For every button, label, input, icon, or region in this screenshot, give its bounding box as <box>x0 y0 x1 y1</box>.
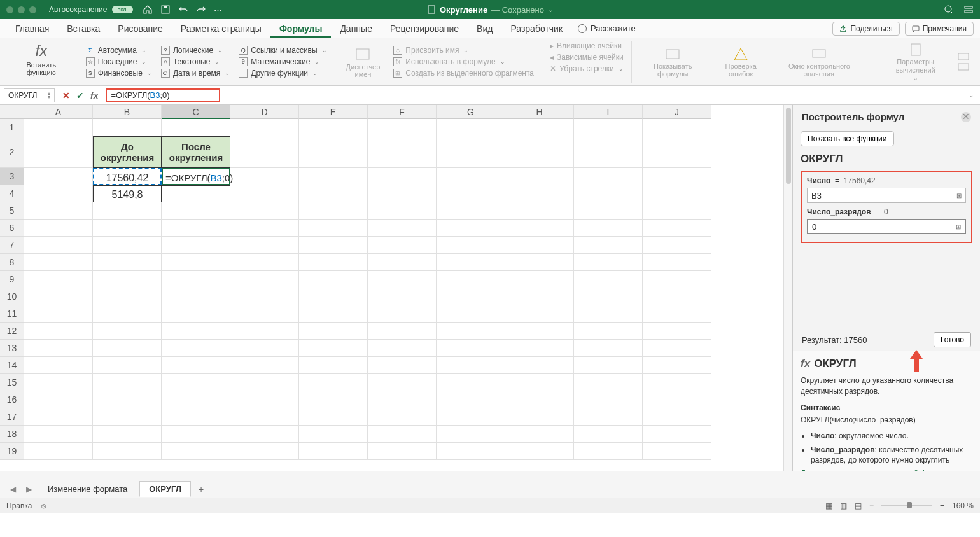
col-A[interactable]: A <box>24 105 93 119</box>
tab-formulas[interactable]: Формулы <box>270 19 332 38</box>
row-5[interactable]: 5 <box>0 202 24 220</box>
save-icon[interactable] <box>160 4 171 15</box>
cancel-icon[interactable]: ✕ <box>62 90 70 101</box>
col-J[interactable]: J <box>643 105 711 119</box>
redo-icon[interactable] <box>196 4 206 15</box>
more-functions-button[interactable]: ⋯Другие функции⌄ <box>236 68 329 78</box>
autosum-button[interactable]: ΣАвтосумма⌄ <box>83 45 155 55</box>
horizontal-scrollbar[interactable] <box>0 471 980 480</box>
use-in-formula-button[interactable]: fxИспользовать в формуле⌄ <box>391 57 536 67</box>
spreadsheet-grid[interactable]: A B C D E F G H I J 1 2До округленияПосл… <box>0 105 783 471</box>
row-6[interactable]: 6 <box>0 220 24 237</box>
view-normal-icon[interactable]: ▦ <box>825 501 832 510</box>
text-button[interactable]: AТекстовые⌄ <box>158 57 232 67</box>
col-F[interactable]: F <box>368 105 437 119</box>
tell-me[interactable]: Расскажите <box>578 24 636 33</box>
trace-dependents-button[interactable]: ◂Зависимые ячейки <box>547 52 626 62</box>
logical-button[interactable]: ?Логические⌄ <box>158 45 232 55</box>
col-C[interactable]: C <box>162 105 230 119</box>
formula-input[interactable]: =ОКРУГЛ(B3;0) <box>106 88 220 102</box>
name-manager-button[interactable]: Диспетчер имен <box>340 44 386 80</box>
home-icon[interactable] <box>143 4 153 15</box>
share-button[interactable]: Поделиться <box>832 22 899 36</box>
close-icon[interactable]: ✕ <box>961 112 971 122</box>
row-8[interactable]: 8 <box>0 254 24 271</box>
done-button[interactable]: Готово <box>934 332 971 347</box>
add-sheet-icon[interactable]: + <box>193 484 209 494</box>
col-E[interactable]: E <box>299 105 368 119</box>
sheet-tab-1[interactable]: Изменение формата <box>38 481 137 497</box>
row-19[interactable]: 19 <box>0 443 24 460</box>
calc-sheet-icon[interactable] <box>957 62 970 71</box>
watch-window-button[interactable]: Окно контрольного значения <box>773 45 866 79</box>
insert-function-button[interactable]: fx Вставить функцию <box>10 41 73 78</box>
lookup-button[interactable]: QСсылки и массивы⌄ <box>236 45 329 55</box>
row-14[interactable]: 14 <box>0 357 24 374</box>
sheet-next-icon[interactable]: ▶ <box>22 485 36 494</box>
row-16[interactable]: 16 <box>0 391 24 408</box>
col-D[interactable]: D <box>230 105 299 119</box>
row-10[interactable]: 10 <box>0 288 24 305</box>
vertical-scrollbar[interactable] <box>783 105 792 471</box>
date-button[interactable]: ⏲Дата и время⌄ <box>158 68 232 78</box>
arg2-input[interactable]: 0 ⊞ <box>807 219 966 234</box>
tab-review[interactable]: Рецензирование <box>381 19 468 38</box>
range-select-icon[interactable]: ⊞ <box>956 223 961 230</box>
tab-insert[interactable]: Вставка <box>58 19 109 38</box>
col-G[interactable]: G <box>437 105 505 119</box>
row-17[interactable]: 17 <box>0 408 24 426</box>
trace-precedents-button[interactable]: ▸Влияющие ячейки <box>547 41 626 51</box>
calc-now-icon[interactable] <box>957 52 970 61</box>
zoom-in-icon[interactable]: + <box>940 501 944 510</box>
zoom-slider[interactable] <box>881 505 932 506</box>
row-15[interactable]: 15 <box>0 374 24 391</box>
financial-button[interactable]: $Финансовые⌄ <box>83 68 155 78</box>
view-layout-icon[interactable]: ▥ <box>840 501 847 510</box>
autosave-toggle[interactable]: вкл. <box>112 6 133 13</box>
tab-layout[interactable]: Разметка страницы <box>172 19 270 38</box>
cell-B2[interactable]: До округления <box>93 136 162 168</box>
select-all-corner[interactable] <box>0 105 24 119</box>
tab-data[interactable]: Данные <box>331 19 381 38</box>
show-all-functions-button[interactable]: Показать все функции <box>801 131 894 146</box>
recent-button[interactable]: ☆Последние⌄ <box>83 57 155 67</box>
arg1-input[interactable]: B3 ⊞ <box>807 188 966 203</box>
row-7[interactable]: 7 <box>0 237 24 254</box>
search-icon[interactable] <box>944 4 954 15</box>
undo-icon[interactable] <box>178 4 188 15</box>
row-3[interactable]: 3 <box>0 168 24 185</box>
sheet-prev-icon[interactable]: ◀ <box>6 485 20 494</box>
more-icon[interactable]: ⋯ <box>214 5 222 15</box>
row-9[interactable]: 9 <box>0 271 24 288</box>
tab-developer[interactable]: Разработчик <box>501 19 571 38</box>
tab-draw[interactable]: Рисование <box>109 19 172 38</box>
confirm-icon[interactable]: ✓ <box>76 90 84 101</box>
tab-view[interactable]: Вид <box>468 19 501 38</box>
view-break-icon[interactable]: ▤ <box>855 501 862 510</box>
col-I[interactable]: I <box>574 105 643 119</box>
error-check-button[interactable]: Проверка ошибок <box>711 45 771 79</box>
ribbon-toggle-icon[interactable] <box>963 4 974 15</box>
row-1[interactable]: 1 <box>0 119 24 136</box>
cell-B4[interactable]: 5149,8 <box>93 185 162 202</box>
create-from-selection-button[interactable]: ⊞Создать из выделенного фрагмента <box>391 68 536 78</box>
row-4[interactable]: 4 <box>0 185 24 202</box>
name-box[interactable]: ОКРУГЛ ▴▾ <box>4 88 55 102</box>
fx-icon[interactable]: fx <box>90 90 98 101</box>
show-formulas-button[interactable]: Показывать формулы <box>637 45 709 79</box>
cell-C2[interactable]: После округления <box>162 136 230 168</box>
cell-C4[interactable] <box>162 185 230 202</box>
sheet-tab-2[interactable]: ОКРУГЛ <box>139 481 191 497</box>
window-controls[interactable] <box>6 6 36 13</box>
calc-options-button[interactable]: Параметры вычислений⌄ <box>876 40 955 83</box>
define-name-button[interactable]: ◇Присвоить имя⌄ <box>391 45 536 55</box>
row-11[interactable]: 11 <box>0 305 24 323</box>
cell-C3[interactable]: =ОКРУГЛ(B3;0) <box>162 168 230 185</box>
comments-button[interactable]: Примечания <box>905 22 974 36</box>
math-button[interactable]: θМатематические⌄ <box>236 57 329 67</box>
row-12[interactable]: 12 <box>0 323 24 340</box>
col-H[interactable]: H <box>505 105 574 119</box>
cell-B3[interactable]: 17560,42 <box>93 168 162 185</box>
remove-arrows-button[interactable]: ✕Убрать стрелки⌄ <box>547 64 626 74</box>
range-select-icon[interactable]: ⊞ <box>956 192 962 199</box>
